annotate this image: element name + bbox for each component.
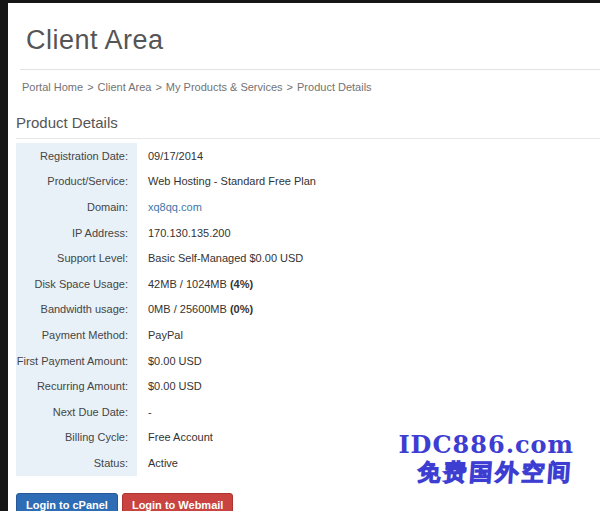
detail-label: Next Due Date: bbox=[16, 399, 137, 425]
registration-date-value: 09/17/2014 bbox=[148, 150, 203, 162]
product-service-value: Web Hosting - Standard Free Plan bbox=[148, 175, 316, 187]
breadcrumb-my-products[interactable]: My Products & Services bbox=[166, 81, 283, 93]
disk-space-value: 42MB / 1024MB bbox=[148, 278, 230, 290]
detail-value: PayPal bbox=[137, 329, 183, 341]
detail-value: Free Account bbox=[137, 431, 213, 443]
detail-label: First Payment Amount: bbox=[16, 348, 137, 374]
payment-method-value: PayPal bbox=[148, 329, 183, 341]
ip-address-value: 170.130.135.200 bbox=[148, 227, 231, 239]
breadcrumb-portal-home[interactable]: Portal Home bbox=[22, 81, 83, 93]
detail-row-domain: Domain: xq8qq.com bbox=[16, 194, 600, 220]
detail-label: Disk Space Usage: bbox=[16, 271, 137, 297]
detail-value: 170.130.135.200 bbox=[137, 227, 231, 239]
detail-label: Recurring Amount: bbox=[16, 373, 137, 399]
detail-label: IP Address: bbox=[16, 220, 137, 246]
detail-row-next-due-date: Next Due Date: - bbox=[16, 399, 600, 425]
login-webmail-button[interactable]: Login to Webmail bbox=[122, 493, 233, 511]
detail-value: 0MB / 25600MB (0%) bbox=[137, 303, 253, 315]
detail-row-disk-space: Disk Space Usage: 42MB / 1024MB (4%) bbox=[16, 271, 600, 297]
detail-row-bandwidth: Bandwidth usage: 0MB / 25600MB (0%) bbox=[16, 297, 600, 323]
detail-label: Status: bbox=[16, 450, 137, 476]
detail-label: Payment Method: bbox=[16, 322, 137, 348]
detail-row-recurring-amount: Recurring Amount: $0.00 USD bbox=[16, 373, 600, 399]
detail-label: Bandwidth usage: bbox=[16, 297, 137, 323]
breadcrumb: Portal Home>Client Area>My Products & Se… bbox=[22, 81, 600, 93]
next-due-date-value: - bbox=[148, 406, 152, 418]
product-details-table: Registration Date: 09/17/2014 Product/Se… bbox=[16, 143, 600, 476]
breadcrumb-separator: > bbox=[87, 81, 93, 93]
detail-row-payment-method: Payment Method: PayPal bbox=[16, 322, 600, 348]
disk-space-percent: (4%) bbox=[230, 278, 253, 290]
detail-row-support-level: Support Level: Basic Self-Managed $0.00 … bbox=[16, 245, 600, 271]
main-content: Client Area Portal Home>Client Area>My P… bbox=[8, 3, 600, 511]
detail-label: Billing Cycle: bbox=[16, 425, 137, 451]
billing-cycle-value: Free Account bbox=[148, 431, 213, 443]
frame-left-strip bbox=[0, 0, 8, 511]
detail-value: $0.00 USD bbox=[137, 355, 202, 367]
first-payment-value: $0.00 USD bbox=[148, 355, 202, 367]
breadcrumb-separator: > bbox=[287, 81, 293, 93]
support-level-value: Basic Self-Managed $0.00 USD bbox=[148, 252, 303, 264]
recurring-amount-value: $0.00 USD bbox=[148, 380, 202, 392]
domain-link[interactable]: xq8qq.com bbox=[148, 201, 202, 213]
detail-row-billing-cycle: Billing Cycle: Free Account bbox=[16, 425, 600, 451]
detail-label: Domain: bbox=[16, 194, 137, 220]
detail-value: Active bbox=[137, 457, 178, 469]
detail-value: xq8qq.com bbox=[137, 201, 202, 213]
detail-row-registration-date: Registration Date: 09/17/2014 bbox=[16, 143, 600, 169]
detail-row-product-service: Product/Service: Web Hosting - Standard … bbox=[16, 169, 600, 195]
title-divider bbox=[20, 69, 600, 70]
section-title: Product Details bbox=[16, 114, 600, 139]
detail-value: Web Hosting - Standard Free Plan bbox=[137, 175, 316, 187]
bandwidth-value: 0MB / 25600MB bbox=[148, 303, 230, 315]
breadcrumb-client-area[interactable]: Client Area bbox=[98, 81, 152, 93]
bandwidth-percent: (0%) bbox=[230, 303, 253, 315]
detail-value: 09/17/2014 bbox=[137, 150, 203, 162]
breadcrumb-product-details[interactable]: Product Details bbox=[297, 81, 372, 93]
detail-label: Registration Date: bbox=[16, 143, 137, 169]
status-value: Active bbox=[148, 457, 178, 469]
detail-row-ip-address: IP Address: 170.130.135.200 bbox=[16, 220, 600, 246]
page-title: Client Area bbox=[26, 25, 600, 56]
detail-label: Product/Service: bbox=[16, 169, 137, 195]
detail-value: Basic Self-Managed $0.00 USD bbox=[137, 252, 303, 264]
breadcrumb-separator: > bbox=[155, 81, 161, 93]
detail-row-status: Status: Active bbox=[16, 450, 600, 476]
detail-value: 42MB / 1024MB (4%) bbox=[137, 278, 253, 290]
login-cpanel-button[interactable]: Login to cPanel bbox=[16, 493, 118, 511]
detail-value: $0.00 USD bbox=[137, 380, 202, 392]
detail-row-first-payment: First Payment Amount: $0.00 USD bbox=[16, 348, 600, 374]
action-buttons: Login to cPanel Login to Webmail bbox=[16, 493, 600, 511]
detail-value: - bbox=[137, 406, 152, 418]
detail-label: Support Level: bbox=[16, 245, 137, 271]
